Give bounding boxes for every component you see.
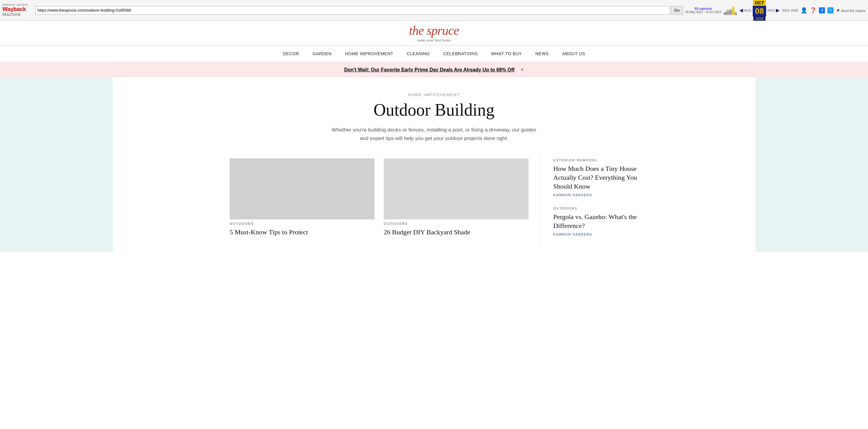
wayback-bar: INTERNET ARCHIVE Wayback Machine Go 69 c… xyxy=(0,0,868,21)
wayback-captures-link[interactable]: 69 captures xyxy=(694,7,712,10)
timeline-year-active: 2024 xyxy=(753,17,766,21)
timeline-nov: NOV xyxy=(767,8,775,12)
article-image-1 xyxy=(384,158,529,219)
hero-section: HOME IMPROVEMENT Outdoor Building Whethe… xyxy=(297,77,571,152)
wayback-year-labels: 2023 2025 xyxy=(782,8,798,12)
hero-title: Outdoor Building xyxy=(303,101,565,120)
bg-right-strip xyxy=(755,77,868,252)
wbm-logo-part2: Machine xyxy=(2,12,21,17)
year-2025-label: 2025 xyxy=(791,8,798,12)
article-category-0: OUTDOORS xyxy=(230,222,374,225)
wayback-right-icons: 👤 ❓ f 𝕏 xyxy=(801,7,834,14)
logo-text-the: the xyxy=(409,24,427,37)
wayback-captures-dates: 26 May 2021 – 8 Oct 2024 xyxy=(685,10,721,14)
sidebar-category-0: EXTERIOR REMODEL xyxy=(553,158,638,162)
article-card-0: OUTDOORS 5 Must-Know Tips to Protect xyxy=(230,158,374,237)
timeline-oct-block: OCT 08 2024 xyxy=(753,0,767,21)
site-wrapper: the spruce make your best home DECOR GAR… xyxy=(0,21,868,252)
nav-item-about-us[interactable]: ABOUT US xyxy=(555,46,592,62)
article-card-1: OUTDOORS 26 Budget DIY Backyard Shade xyxy=(384,158,529,237)
user-icon[interactable]: 👤 xyxy=(801,7,807,14)
site-header: the spruce make your best home xyxy=(0,21,868,45)
article-category-1: OUTDOORS xyxy=(384,222,529,225)
article-title-1[interactable]: 26 Budget DIY Backyard Shade xyxy=(384,228,529,237)
nav-item-garden[interactable]: GARDEN xyxy=(306,46,339,62)
main-nav: DECOR GARDEN HOME IMPROVEMENT CLEANING C… xyxy=(0,45,868,62)
sidebar-title-0[interactable]: How Much Does a Tiny House Actually Cost… xyxy=(553,164,638,191)
wayback-url-input[interactable] xyxy=(35,6,670,14)
about-capture-label: ▼ About this capture xyxy=(836,8,866,13)
nav-item-home-improvement[interactable]: HOME IMPROVEMENT xyxy=(338,46,400,62)
nav-item-cleaning[interactable]: CLEANING xyxy=(400,46,437,62)
year-2023-label: 2023 xyxy=(782,8,789,12)
timeline-month: OCT xyxy=(753,0,766,6)
twitter-icon[interactable]: 𝕏 xyxy=(828,7,834,13)
sidebar-article-0: EXTERIOR REMODEL How Much Does a Tiny Ho… xyxy=(553,158,638,197)
facebook-icon[interactable]: f xyxy=(819,7,825,13)
sidebar-author-0: KAMRON SANDERS xyxy=(553,193,638,197)
promo-link[interactable]: Don't Wait: Our Favorite Early Prime Day… xyxy=(344,67,515,72)
help-icon[interactable]: ❓ xyxy=(810,7,816,14)
site-logo: the spruce xyxy=(0,23,868,38)
articles-main: OUTDOORS 5 Must-Know Tips to Protect OUT… xyxy=(230,152,529,252)
nav-item-news[interactable]: NEWS xyxy=(529,46,555,62)
hero-category: HOME IMPROVEMENT xyxy=(303,92,565,97)
wayback-timeline: ◀ AUG OCT 08 2024 NOV ▶ xyxy=(739,0,780,21)
promo-banner: Don't Wait: Our Favorite Early Prime Day… xyxy=(0,62,868,77)
wayback-go-button[interactable]: Go xyxy=(671,6,683,14)
page-background: HOME IMPROVEMENT Outdoor Building Whethe… xyxy=(0,77,868,252)
timeline-day: 08 xyxy=(753,6,767,17)
sidebar-category-1: OUTDOORS xyxy=(553,207,638,210)
article-grid: OUTDOORS 5 Must-Know Tips to Protect OUT… xyxy=(230,158,529,237)
article-image-0 xyxy=(230,158,374,219)
wayback-mini-chart xyxy=(724,6,737,15)
nav-item-decor[interactable]: DECOR xyxy=(276,46,306,62)
nav-item-what-to-buy[interactable]: WHAT TO BUY xyxy=(484,46,529,62)
content-area: OUTDOORS 5 Must-Know Tips to Protect OUT… xyxy=(220,152,648,252)
wayback-captures-info: 69 captures 26 May 2021 – 8 Oct 2024 xyxy=(685,7,721,14)
promo-close-button[interactable]: × xyxy=(521,66,524,73)
logo-text-spruce: spruce xyxy=(427,24,459,37)
hero-description: Whether you're building decks or fences,… xyxy=(327,126,541,144)
nav-item-celebrations[interactable]: CELEBRATIONS xyxy=(436,46,484,62)
timeline-next-arrow[interactable]: ▶ xyxy=(776,7,780,13)
wbm-logo-part1: Wayback xyxy=(2,6,26,12)
bg-left-strip xyxy=(0,77,113,252)
sidebar-author-1: KAMRON SANDERS xyxy=(553,233,638,236)
timeline-aug: AUG xyxy=(744,8,751,12)
article-title-0[interactable]: 5 Must-Know Tips to Protect xyxy=(230,228,374,237)
site-tagline: make your best home xyxy=(0,38,868,43)
sidebar-article-1: OUTDOORS Pergola vs. Gazebo: What's the … xyxy=(553,207,638,236)
sidebar-right: EXTERIOR REMODEL How Much Does a Tiny Ho… xyxy=(541,152,638,252)
about-capture-dropdown-icon[interactable]: ▼ xyxy=(836,8,840,13)
sidebar-title-1[interactable]: Pergola vs. Gazebo: What's the Differenc… xyxy=(553,213,638,230)
wayback-logo: INTERNET ARCHIVE Wayback Machine xyxy=(2,4,33,17)
wayback-url-bar: Go xyxy=(35,6,683,14)
timeline-prev-arrow[interactable]: ◀ xyxy=(739,7,743,13)
